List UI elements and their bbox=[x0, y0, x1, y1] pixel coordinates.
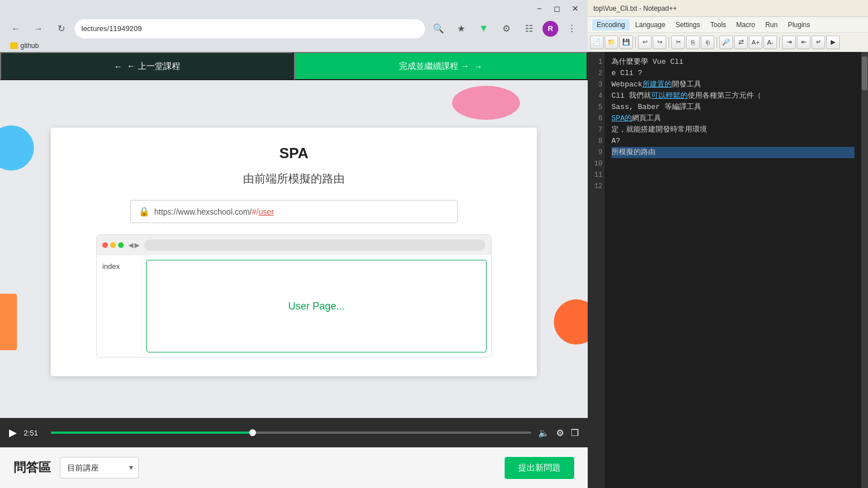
mini-page-text: User Page... bbox=[288, 300, 345, 312]
toolbar-wrap[interactable]: ↵ bbox=[811, 36, 825, 49]
scrollbar[interactable] bbox=[861, 52, 868, 488]
toolbar-copy[interactable]: ⎘ bbox=[686, 36, 700, 49]
mini-browser-chrome: ◀ ▶ bbox=[97, 235, 491, 255]
menu-language[interactable]: Language bbox=[631, 19, 670, 30]
back-button[interactable]: ← bbox=[7, 20, 25, 38]
url-prefix: https://www.hexschool.com/ bbox=[154, 207, 252, 216]
scroll-thumb[interactable] bbox=[862, 56, 867, 90]
toolbar-search[interactable]: 🔎 bbox=[719, 36, 733, 49]
progress-filled bbox=[51, 432, 253, 434]
menu-icon[interactable]: ⋮ bbox=[563, 20, 581, 38]
fullscreen-button[interactable]: ❒ bbox=[571, 428, 579, 438]
toolbar-new[interactable]: 📄 bbox=[590, 36, 604, 49]
progress-dot bbox=[249, 429, 256, 436]
code-line-2: e Cli ? bbox=[611, 68, 854, 79]
lock-icon: 🔒 bbox=[138, 206, 150, 217]
browser-chrome: − ◻ ✕ ← → ↻ 🔍 ★ ▼ ⚙ ☷ R ⋮ github bbox=[0, 0, 588, 52]
url-bar: 🔒 https://www.hexschool.com/#/user bbox=[130, 200, 458, 223]
notepad-titlebar: top\Vue_Cli.txt - Notepad++ bbox=[588, 0, 868, 17]
notepad-window: top\Vue_Cli.txt - Notepad++ Encoding Lan… bbox=[588, 0, 868, 488]
url-user: user bbox=[258, 207, 274, 216]
browser-window: − ◻ ✕ ← → ↻ 🔍 ★ ▼ ⚙ ☷ R ⋮ github bbox=[0, 0, 588, 488]
browser-titlebar: − ◻ ✕ bbox=[0, 0, 588, 18]
menu-settings[interactable]: Settings bbox=[671, 19, 704, 30]
mini-back-icon: ◀ bbox=[128, 241, 133, 249]
wavebox-icon[interactable]: ▼ bbox=[475, 20, 493, 38]
settings-button[interactable]: ⚙ bbox=[556, 428, 564, 438]
play-button[interactable]: ▶ bbox=[9, 426, 17, 439]
mini-browser: ◀ ▶ index User Page... bbox=[96, 234, 492, 358]
toolbar-sep-2 bbox=[669, 37, 669, 48]
menu-tools[interactable]: Tools bbox=[706, 19, 731, 30]
mini-address-bar bbox=[144, 239, 485, 251]
code-line-10: 所模擬的路由 bbox=[611, 147, 854, 158]
mini-main-content: User Page... bbox=[146, 260, 487, 352]
forward-button[interactable]: → bbox=[29, 20, 47, 38]
volume-button[interactable]: 🔈 bbox=[538, 428, 549, 438]
next-lesson-button[interactable]: 完成並繼續課程 → → bbox=[294, 52, 588, 80]
code-line-1: 為什麼要學 Vue Cli bbox=[611, 56, 854, 68]
code-line-9: A? bbox=[611, 136, 854, 147]
code-editor[interactable]: 為什麼要學 Vue Cli e Cli ? Webpack所建置的開發工具 Cl… bbox=[605, 52, 861, 488]
video-controls: ▶ 2:51 🔈 ⚙ ❒ bbox=[0, 418, 588, 447]
bookmark-github[interactable]: github bbox=[7, 41, 42, 51]
code-line-5: Sass, Baber 等編譯工具 bbox=[611, 102, 854, 113]
toolbar-save[interactable]: 💾 bbox=[619, 36, 633, 49]
slide-title: SPA bbox=[73, 145, 514, 162]
address-input[interactable] bbox=[75, 19, 425, 38]
mini-dot-red bbox=[102, 242, 108, 248]
menu-macro[interactable]: Macro bbox=[732, 19, 760, 30]
refresh-button[interactable]: ↻ bbox=[52, 20, 70, 38]
bookmark-label: github bbox=[20, 42, 39, 50]
search-icon[interactable]: 🔍 bbox=[429, 20, 448, 38]
toolbar-cut[interactable]: ✂ bbox=[671, 36, 685, 49]
content-area: SPA 由前端所模擬的路由 🔒 https://www.hexschool.co… bbox=[0, 80, 588, 447]
address-bar-row: ← → ↻ 🔍 ★ ▼ ⚙ ☷ R ⋮ bbox=[0, 18, 588, 40]
time-display: 2:51 bbox=[24, 429, 44, 437]
mini-sidebar: index bbox=[97, 255, 142, 357]
mini-sidebar-label: index bbox=[102, 262, 120, 271]
code-line-4: Cli 我們就可以輕鬆的使用各種第三方元件（ bbox=[611, 90, 854, 102]
toolbar-zoom-in[interactable]: A+ bbox=[749, 36, 762, 49]
progress-bar[interactable] bbox=[51, 432, 531, 434]
bookmarks-bar: github bbox=[0, 40, 588, 52]
extensions-icon[interactable]: ⚙ bbox=[497, 20, 515, 38]
profile-icon[interactable]: R bbox=[542, 21, 558, 37]
next-arrow-icon: → bbox=[474, 62, 483, 71]
toolbar-sep-1 bbox=[635, 37, 636, 48]
menu-run[interactable]: Run bbox=[761, 19, 782, 30]
submit-question-button[interactable]: 提出新問題 bbox=[505, 457, 574, 479]
menu-plugins[interactable]: Plugins bbox=[783, 19, 814, 30]
mini-dot-yellow bbox=[110, 242, 116, 248]
video-wrapper: SPA 由前端所模擬的路由 🔒 https://www.hexschool.co… bbox=[0, 80, 588, 447]
toolbar-undo[interactable]: ↩ bbox=[638, 36, 652, 49]
menu-encoding[interactable]: Encoding bbox=[592, 19, 630, 30]
toolbar-replace[interactable]: ⇄ bbox=[734, 36, 748, 49]
bookmark-star-icon[interactable]: ★ bbox=[452, 20, 470, 38]
toolbar-redo[interactable]: ↪ bbox=[653, 36, 666, 49]
toolbar-macro[interactable]: ▶ bbox=[826, 36, 840, 49]
toolbar-zoom-out[interactable]: A- bbox=[763, 36, 777, 49]
mini-nav-btns: ◀ ▶ bbox=[128, 241, 140, 249]
deco-oval-pink bbox=[452, 86, 520, 120]
deco-circle-orange bbox=[554, 299, 588, 345]
notepad-menubar: Encoding Language Settings Tools Macro R… bbox=[588, 17, 868, 33]
tab-actions-icon[interactable]: ☷ bbox=[520, 20, 538, 38]
deco-rect-orange bbox=[0, 294, 17, 350]
maximize-button[interactable]: ◻ bbox=[549, 1, 565, 16]
minimize-button[interactable]: − bbox=[531, 1, 547, 16]
toolbar-open[interactable]: 📁 bbox=[605, 36, 618, 49]
close-button[interactable]: ✕ bbox=[567, 1, 583, 16]
qa-dropdown[interactable]: 目前講座 bbox=[60, 457, 139, 478]
deco-circle-blue bbox=[0, 125, 34, 171]
prev-lesson-button[interactable]: ← ← 上一堂課程 bbox=[0, 52, 294, 80]
toolbar-unindent[interactable]: ⇤ bbox=[797, 36, 810, 49]
mini-dot-green bbox=[118, 242, 124, 248]
toolbar-indent[interactable]: ⇥ bbox=[782, 36, 796, 49]
mini-browser-body: index User Page... bbox=[97, 255, 491, 357]
next-label: 完成並繼續課程 → bbox=[399, 61, 469, 72]
toolbar-paste[interactable]: ⎗ bbox=[701, 36, 714, 49]
code-line-7: 定，就能搭建開發時常用環境 bbox=[611, 124, 854, 136]
notepad-toolbar: 📄 📁 💾 ↩ ↪ ✂ ⎘ ⎗ 🔎 ⇄ A+ A- ⇥ ⇤ ↵ ▶ bbox=[588, 33, 868, 52]
course-navigation: ← ← 上一堂課程 完成並繼續課程 → → bbox=[0, 52, 588, 80]
